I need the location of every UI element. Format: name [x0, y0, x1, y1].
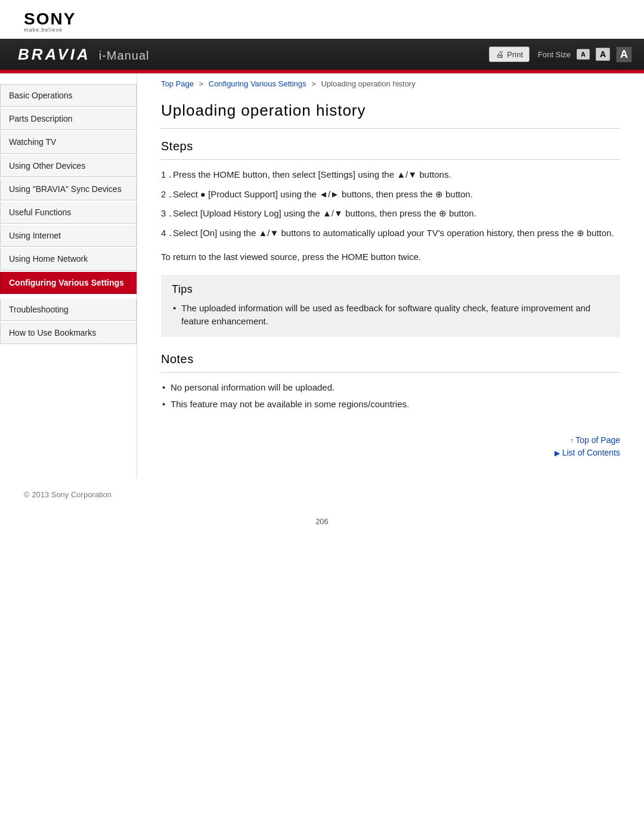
list-item: 3． Select [Upload History Log] using the…: [161, 207, 620, 221]
breadcrumb-sep-1: >: [199, 79, 204, 88]
sidebar-item-configuring-settings[interactable]: Configuring Various Settings: [0, 272, 137, 294]
notes-list: No personal information will be uploaded…: [161, 381, 620, 411]
list-of-contents-link[interactable]: ▶ List of Contents: [161, 448, 620, 457]
print-button[interactable]: 🖨 Print: [489, 47, 530, 62]
bottom-nav: ↑ Top of Page ▶ List of Contents: [161, 429, 620, 457]
sidebar-item-using-other-devices[interactable]: Using Other Devices: [0, 155, 137, 177]
breadcrumb-current: Uploading operation history: [321, 79, 415, 88]
list-of-contents-arrow-icon: ▶: [555, 449, 562, 457]
sidebar-item-bravia-sync[interactable]: Using "BRAVIA" Sync Devices: [0, 178, 137, 200]
sidebar-item-watching-tv[interactable]: Watching TV: [0, 131, 137, 153]
list-item: No personal information will be uploaded…: [161, 381, 620, 395]
top-of-page-link[interactable]: ↑ Top of Page: [161, 435, 620, 445]
font-size-label: Font Size: [538, 50, 571, 59]
list-item: 1． Press the HOME button, then select [S…: [161, 168, 620, 182]
sidebar-item-using-home-network[interactable]: Using Home Network: [0, 248, 137, 270]
sidebar: Basic Operations Parts Description Watch…: [0, 73, 137, 478]
footer: © 2013 Sony Corporation: [0, 478, 644, 511]
bravia-text: BRAVIA: [18, 45, 91, 64]
page-number: 206: [0, 511, 644, 538]
tips-heading: Tips: [172, 283, 609, 296]
bravia-logo: BRAVIA i-Manual: [18, 45, 149, 64]
return-note: To return to the last viewed source, pre…: [161, 250, 620, 264]
tips-list: The uploaded information will be used as…: [172, 302, 609, 329]
breadcrumb-sep-2: >: [311, 79, 316, 88]
sony-tagline: make.believe: [24, 27, 76, 33]
sidebar-item-useful-functions[interactable]: Useful Functions: [0, 202, 137, 224]
breadcrumb-configuring[interactable]: Configuring Various Settings: [209, 79, 306, 88]
tips-box: Tips The uploaded information will be us…: [161, 275, 620, 337]
list-item: 2． Select ● [Product Support] using the …: [161, 188, 620, 202]
breadcrumb: Top Page > Configuring Various Settings …: [161, 73, 620, 93]
print-label: Print: [507, 50, 523, 59]
page-title: Uploading operation history: [161, 93, 620, 129]
sidebar-item-bookmarks[interactable]: How to Use Bookmarks: [0, 322, 137, 344]
sidebar-item-troubleshooting[interactable]: Troubleshooting: [0, 299, 137, 321]
imanual-text: i-Manual: [99, 49, 150, 63]
print-icon: 🖨: [496, 49, 504, 59]
sidebar-item-parts-description[interactable]: Parts Description: [0, 108, 137, 130]
list-item: This feature may not be available in som…: [161, 398, 620, 411]
list-item: The uploaded information will be used as…: [172, 302, 609, 329]
steps-list: 1． Press the HOME button, then select [S…: [161, 168, 620, 240]
copyright: © 2013 Sony Corporation: [24, 490, 112, 499]
list-item: 4． Select [On] using the ▲/▼ buttons to …: [161, 227, 620, 240]
breadcrumb-top-page[interactable]: Top Page: [161, 79, 194, 88]
main-area: Basic Operations Parts Description Watch…: [0, 73, 644, 478]
header-controls: 🖨 Print Font Size A A A: [489, 47, 632, 63]
font-small-button[interactable]: A: [577, 49, 590, 60]
content-area: Top Page > Configuring Various Settings …: [137, 73, 644, 478]
top-of-page-arrow-icon: ↑: [570, 436, 575, 445]
sony-wordmark: SONY: [24, 11, 76, 27]
steps-heading: Steps: [161, 129, 620, 160]
header-bar: BRAVIA i-Manual 🖨 Print Font Size A A A: [0, 39, 644, 70]
top-of-page-label: Top of Page: [575, 435, 620, 445]
sidebar-item-basic-operations[interactable]: Basic Operations: [0, 84, 137, 107]
sony-logo: SONY make.believe: [24, 11, 76, 33]
font-medium-button[interactable]: A: [596, 48, 610, 61]
top-bar: SONY make.believe: [0, 0, 644, 39]
notes-heading: Notes: [161, 350, 620, 373]
list-of-contents-label: List of Contents: [562, 448, 620, 457]
font-large-button[interactable]: A: [616, 47, 632, 63]
sidebar-item-using-internet[interactable]: Using Internet: [0, 225, 137, 247]
